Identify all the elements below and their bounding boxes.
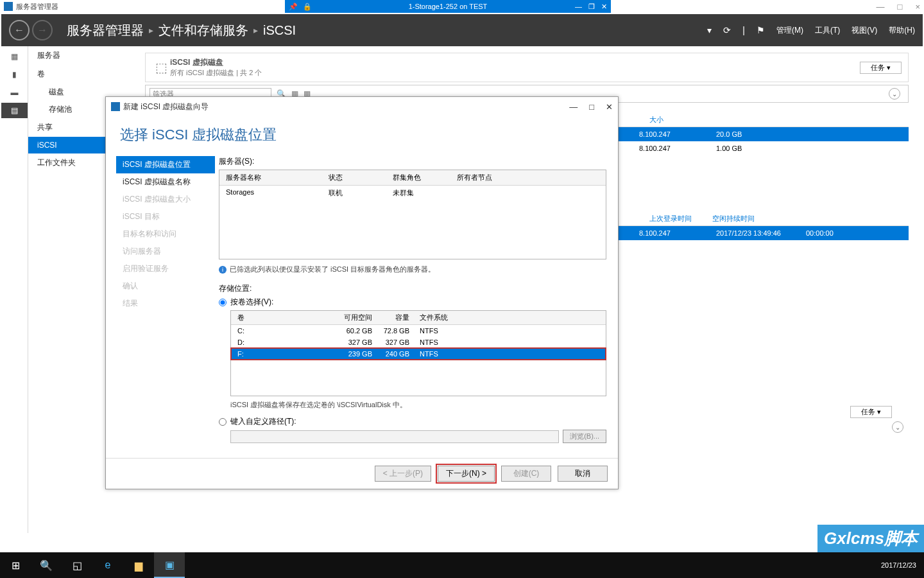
volume-row-f[interactable]: F: 239 GB 240 GB NTFS xyxy=(231,348,606,360)
prev-button: < 上一步(P) xyxy=(375,466,431,482)
wizard-title: 新建 iSCSI 虚拟磁盘向导 xyxy=(123,101,209,112)
disk-icon: ⬚ xyxy=(152,58,170,76)
search-icon[interactable]: 🔍 xyxy=(31,552,62,578)
filter-note: i 已筛选此列表以便仅显示安装了 iSCSI 目标服务器角色的服务器。 xyxy=(219,265,606,274)
wizard-dialog: 新建 iSCSI 虚拟磁盘向导 — □ ✕ 选择 iSCSI 虚拟磁盘位置 iS… xyxy=(105,96,619,489)
panel-subtitle: 所有 iSCSI 虚拟磁盘 | 共 2 个 xyxy=(170,68,262,78)
icon-rail: ▦ ▮ ▬ ▤ xyxy=(1,46,28,533)
create-button: 创建(C) xyxy=(501,466,551,482)
wizard-icon xyxy=(111,102,120,111)
menu-tools[interactable]: 工具(T) xyxy=(815,25,840,36)
expand-toggle-2[interactable]: ⌄ xyxy=(892,421,903,433)
app-icon xyxy=(4,2,13,11)
crumb-section[interactable]: 文件和存储服务 xyxy=(158,22,248,39)
refresh-icon[interactable]: ⟳ xyxy=(723,25,731,35)
watermark: Gxlcms脚本 xyxy=(817,525,924,552)
window-close[interactable]: × xyxy=(915,2,920,12)
wizard-close[interactable]: ✕ xyxy=(606,102,613,112)
cancel-button[interactable]: 取消 xyxy=(558,466,608,482)
browse-button: 浏览(B)... xyxy=(563,430,606,443)
wizard-main: 服务器(S): 服务器名称 状态 群集角色 所有者节点 Storages 联机 … xyxy=(215,156,618,458)
step-servers: 访问服务器 xyxy=(116,243,215,260)
crumb-root[interactable]: 服务器管理器 xyxy=(67,22,144,39)
radio-custom-path[interactable]: 键入自定义路径(T): xyxy=(219,416,606,427)
col-fs: 文件系统 xyxy=(413,311,465,324)
server-list[interactable]: 服务器名称 状态 群集角色 所有者节点 Storages 联机 未群集 xyxy=(219,170,606,259)
chevron-right-icon: ▸ xyxy=(149,25,153,35)
app-title: 服务器管理器 xyxy=(16,2,58,12)
back-button[interactable]: ← xyxy=(9,20,30,40)
rail-storage-icon[interactable]: ▤ xyxy=(1,103,28,118)
remote-title: 1-Storage1-252 on TEST xyxy=(409,3,488,10)
window-minimize[interactable]: — xyxy=(877,2,885,12)
step-access: 目标名称和访问 xyxy=(116,225,215,243)
col-free: 可用空间 xyxy=(339,311,376,324)
ie-icon[interactable]: e xyxy=(92,552,123,578)
tasks-dropdown-2[interactable]: 任务 ▾ xyxy=(850,406,892,418)
start-button[interactable]: ⊞ xyxy=(0,552,31,578)
path-note: iSCSI 虚拟磁盘将保存在选定卷的 \iSCSIVirtualDisk 中。 xyxy=(230,400,606,410)
wizard-minimize[interactable]: — xyxy=(569,102,578,112)
wizard-titlebar: 新建 iSCSI 虚拟磁盘向导 — □ ✕ xyxy=(106,97,618,116)
col-volume: 卷 xyxy=(231,311,339,324)
taskbar: ⊞ 🔍 ◱ e ▆ ▣ 2017/12/23 xyxy=(0,552,924,578)
next-button[interactable]: 下一步(N) > xyxy=(438,466,495,482)
server-label: 服务器(S): xyxy=(219,156,606,167)
window-maximize[interactable]: □ xyxy=(898,2,903,12)
col-size[interactable]: 大小 xyxy=(639,115,674,125)
task-view-icon[interactable]: ◱ xyxy=(62,552,92,578)
server-manager-header: ← → 服务器管理器 ▸ 文件和存储服务 ▸ iSCSI ▾ ⟳ | ⚑ 管理(… xyxy=(1,14,923,46)
menu-help[interactable]: 帮助(H) xyxy=(889,25,915,36)
col-cap: 容量 xyxy=(376,311,413,324)
volume-row-c[interactable]: C: 60.2 GB 72.8 GB NTFS xyxy=(231,325,606,337)
lock-icon: 🔒 xyxy=(303,3,312,11)
wizard-maximize[interactable]: □ xyxy=(589,102,594,112)
nav-volumes[interactable]: 卷 xyxy=(28,65,137,83)
rail-server-icon[interactable]: ▮ xyxy=(1,67,28,82)
chevron-right-icon: ▸ xyxy=(253,25,258,35)
menu-manage[interactable]: 管理(M) xyxy=(776,25,803,36)
pin-icon[interactable]: 📌 xyxy=(289,3,298,11)
step-location[interactable]: iSCSI 虚拟磁盘位置 xyxy=(116,156,215,173)
remote-minimize[interactable]: — xyxy=(575,3,582,11)
radio-by-volume[interactable]: 按卷选择(V): xyxy=(219,297,606,308)
server-row[interactable]: Storages 联机 未群集 xyxy=(219,186,606,200)
panel-header: ⬚ iSCSI 虚拟磁盘 所有 iSCSI 虚拟磁盘 | 共 2 个 任务 ▾ xyxy=(145,53,909,82)
remote-close[interactable]: ✕ xyxy=(601,3,607,11)
step-target: iSCSI 目标 xyxy=(116,208,215,225)
rail-dashboard-icon[interactable]: ▦ xyxy=(1,49,28,64)
remote-restore[interactable]: ❐ xyxy=(588,3,595,11)
remote-session-bar: 📌 🔒 1-Storage1-252 on TEST — ❐ ✕ xyxy=(285,0,611,13)
custom-path-input xyxy=(230,430,559,443)
radio-volume-input[interactable] xyxy=(219,299,227,306)
info-icon: i xyxy=(219,266,227,274)
nav-servers[interactable]: 服务器 xyxy=(28,46,137,65)
wizard-steps: iSCSI 虚拟磁盘位置 iSCSI 虚拟磁盘名称 iSCSI 虚拟磁盘大小 i… xyxy=(106,156,215,458)
volume-list[interactable]: 卷 可用空间 容量 文件系统 C: 60.2 GB 72.8 GB NTFS D… xyxy=(230,310,606,396)
col-lastlogin[interactable]: 上次登录时间 xyxy=(639,214,702,223)
forward-button: → xyxy=(32,20,53,40)
menu-view[interactable]: 视图(V) xyxy=(851,25,877,36)
step-size: iSCSI 虚拟磁盘大小 xyxy=(116,191,215,208)
step-auth: 启用验证服务 xyxy=(116,260,215,277)
explorer-icon[interactable]: ▆ xyxy=(123,552,154,578)
expand-toggle[interactable]: ⌄ xyxy=(889,88,900,100)
step-result: 结果 xyxy=(116,295,215,312)
step-name[interactable]: iSCSI 虚拟磁盘名称 xyxy=(116,173,215,191)
rail-disk-icon[interactable]: ▬ xyxy=(1,85,28,100)
server-manager-taskbar-icon[interactable]: ▣ xyxy=(154,552,185,578)
panel-title: iSCSI 虚拟磁盘 xyxy=(170,57,262,68)
tasks-dropdown[interactable]: 任务 ▾ xyxy=(860,62,902,74)
flag-icon[interactable]: ⚑ xyxy=(757,25,765,35)
step-confirm: 确认 xyxy=(116,277,215,295)
crumb-page[interactable]: iSCSI xyxy=(263,23,296,38)
radio-custom-input[interactable] xyxy=(219,418,227,426)
tray-date[interactable]: 2017/12/23 xyxy=(873,561,924,569)
col-owner: 所有者节点 xyxy=(450,170,527,185)
volume-row-d[interactable]: D: 327 GB 327 GB NTFS xyxy=(231,337,606,348)
separator: | xyxy=(742,25,745,35)
col-idle[interactable]: 空闲持续时间 xyxy=(702,214,765,223)
wizard-footer: < 上一步(P) 下一步(N) > 创建(C) 取消 xyxy=(106,458,618,489)
wizard-heading: 选择 iSCSI 虚拟磁盘位置 xyxy=(106,116,618,156)
dropdown-icon[interactable]: ▾ xyxy=(707,25,712,35)
